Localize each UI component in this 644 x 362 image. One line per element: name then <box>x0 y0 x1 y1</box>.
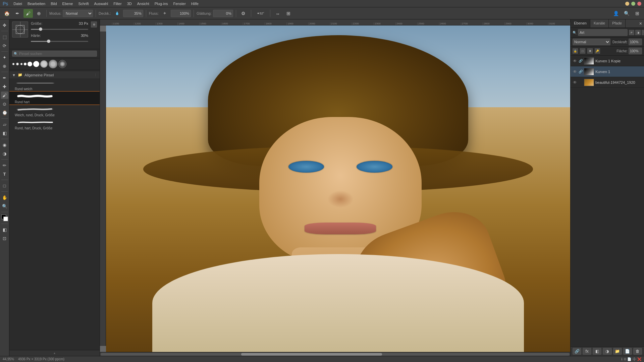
menu-item-ansicht[interactable]: Ansicht <box>137 2 149 6</box>
tool-select-btn[interactable]: ✒ <box>13 9 22 18</box>
menu-item-auswahl[interactable]: Auswahl <box>94 2 108 6</box>
layers-search-input[interactable] <box>578 29 628 36</box>
scroll-up-icon[interactable]: ▲ <box>53 352 56 355</box>
brush-group-allgemeine[interactable]: ▼ 📁 Allgemeine Pinsel ⋮ <box>9 71 100 78</box>
brush-item-rund-weich[interactable]: Rund weich <box>9 78 100 92</box>
brush-item-rund-hart-druck[interactable]: Rund, hart, Druck, Größe <box>9 118 100 131</box>
tab-kanaele[interactable]: Kanäle <box>590 19 609 27</box>
new-layer-btn[interactable]: 📄 <box>623 348 632 355</box>
preset-dot-7[interactable] <box>40 60 48 68</box>
tool-clone[interactable]: ⊙ <box>1 100 8 108</box>
menu-item-hilfe[interactable]: Hilfe <box>191 2 199 6</box>
tool-magic-wand[interactable]: ✦ <box>1 54 8 61</box>
hardness-slider[interactable] <box>31 39 88 44</box>
tool-eyedropper[interactable]: ✒ <box>1 74 8 81</box>
tool-eraser[interactable]: ▱ <box>1 121 8 128</box>
layer-mask-btn[interactable]: ◧ <box>593 348 601 355</box>
preset-dot-4[interactable] <box>24 63 26 65</box>
brush-item-rund-hart[interactable]: Rund hart <box>9 92 100 105</box>
foreground-background[interactable] <box>1 214 8 222</box>
menu-item-filter[interactable]: Filter <box>113 2 121 6</box>
status-new-layer-btn[interactable]: 📄 <box>627 357 631 361</box>
workspace-btn[interactable]: ⊞ <box>633 9 642 18</box>
preset-dot-9[interactable] <box>58 60 66 68</box>
tab-ebenen[interactable]: Ebenen <box>571 19 590 27</box>
h-scroll-thumb[interactable] <box>241 353 382 356</box>
layer-eye-photo[interactable]: 👁 <box>573 80 577 85</box>
status-info-btn[interactable]: ℹ <box>621 357 623 361</box>
size-thumb[interactable] <box>39 27 42 31</box>
tool-dodge[interactable]: ◑ <box>1 150 8 157</box>
status-add-btn[interactable]: ➕ <box>632 357 636 361</box>
tool-hand[interactable]: ✋ <box>1 194 8 201</box>
menu-item-fenster[interactable]: Fenster <box>173 2 186 6</box>
deckraft-icon[interactable]: 💧 <box>112 9 122 18</box>
tool-blur[interactable]: ◉ <box>1 141 8 148</box>
status-close-btn[interactable]: ❌ <box>637 357 641 361</box>
link-layers-btn[interactable]: 🔗 <box>573 348 581 355</box>
preset-dot-1[interactable] <box>12 63 15 65</box>
menu-item-plugins[interactable]: Plug-ins <box>155 2 168 6</box>
layer-fx-btn[interactable]: fx <box>583 348 591 355</box>
layer-item-kurven-kopie[interactable]: 👁 🔗 Kurven 1 Kopie <box>571 56 644 66</box>
menu-item-ebene[interactable]: Ebene <box>62 2 73 6</box>
preset-dot-2[interactable] <box>16 62 19 66</box>
maximize-btn[interactable] <box>631 2 635 6</box>
home-btn[interactable]: 🏠 <box>2 9 11 18</box>
menu-item-bild[interactable]: Bild <box>51 2 57 6</box>
angle-btn[interactable]: ✦ 52° <box>254 9 267 18</box>
menu-item-datei[interactable]: Datei <box>13 2 22 6</box>
tab-pfade[interactable]: Pfade <box>609 19 626 27</box>
lock-pos-btn[interactable]: ✚ <box>587 48 593 54</box>
lock-icon-btn[interactable]: 🔒 <box>573 48 578 54</box>
tool-screen-mode[interactable]: ⊡ <box>1 235 8 242</box>
fill-input[interactable]: 100% <box>629 48 642 54</box>
canvas-image[interactable] <box>106 25 570 352</box>
tool-mask-mode[interactable]: ◧ <box>1 226 8 233</box>
menu-item-schrift[interactable]: Schrift <box>78 2 89 6</box>
brush-search-input[interactable] <box>19 52 95 56</box>
symmetry-btn[interactable]: ⟗ <box>273 9 282 18</box>
layer-mode-select[interactable]: Normal <box>573 39 610 45</box>
filter-pixel-btn[interactable]: P <box>629 30 634 35</box>
brush-options-btn[interactable]: ⚙ <box>91 21 97 27</box>
tool-crop[interactable]: ⊕ <box>1 62 8 70</box>
tool-gradient[interactable]: ◧ <box>1 129 8 137</box>
modus-select[interactable]: Normal <box>63 10 93 17</box>
tool-shape[interactable]: □ <box>1 182 8 189</box>
brush-extra-btn[interactable]: ⊕ <box>34 9 44 18</box>
preset-dot-6[interactable] <box>33 61 39 67</box>
tool-brush[interactable]: 🖌 <box>1 92 8 99</box>
filter-text-btn[interactable]: T <box>642 30 644 35</box>
tool-move[interactable]: ✥ <box>1 21 8 29</box>
size-slider[interactable] <box>31 27 88 32</box>
h-scrollbar[interactable] <box>100 352 570 356</box>
tool-heal[interactable]: ✚ <box>1 83 8 90</box>
menu-item-bearbeiten[interactable]: Bearbeiten <box>28 2 45 6</box>
menu-item-3d[interactable]: 3D <box>127 2 132 6</box>
tool-rect-select[interactable]: ⬚ <box>1 33 8 41</box>
panel-close-btn[interactable]: × <box>637 19 644 27</box>
fluss-input[interactable]: 100% <box>171 10 191 17</box>
close-btn[interactable] <box>637 2 641 6</box>
status-settings-btn[interactable]: ⚙ <box>624 357 627 361</box>
lock-all-btn[interactable]: 🔑 <box>595 48 600 54</box>
canvas-viewport[interactable] <box>100 25 570 352</box>
user-btn[interactable]: 👤 <box>611 9 621 18</box>
preset-dot-5[interactable] <box>28 62 32 66</box>
brush-tool-btn[interactable]: 🖌 <box>23 9 33 18</box>
brush-item-weich-druck[interactable]: Weich, rund, Druck, Größe <box>9 105 100 118</box>
layer-item-photo[interactable]: 👁 beautiful-1944724_1920 <box>571 77 644 88</box>
tool-pen[interactable]: ✏ <box>1 162 8 169</box>
fluss-icon[interactable]: ✈ <box>160 9 169 18</box>
lock-pixel-btn[interactable]: □ <box>580 48 585 54</box>
layer-adj-btn[interactable]: ◑ <box>603 348 611 355</box>
layer-eye-kurven-kopie[interactable]: 👁 <box>573 59 577 63</box>
minimize-btn[interactable] <box>625 2 629 6</box>
preset-dot-3[interactable] <box>20 63 23 65</box>
tool-text[interactable]: T <box>1 170 8 178</box>
preset-dot-8[interactable] <box>49 60 57 68</box>
tool-lasso[interactable]: ⟳ <box>1 42 8 49</box>
background-color[interactable] <box>3 217 8 221</box>
layer-group-btn[interactable]: 📁 <box>613 348 622 355</box>
